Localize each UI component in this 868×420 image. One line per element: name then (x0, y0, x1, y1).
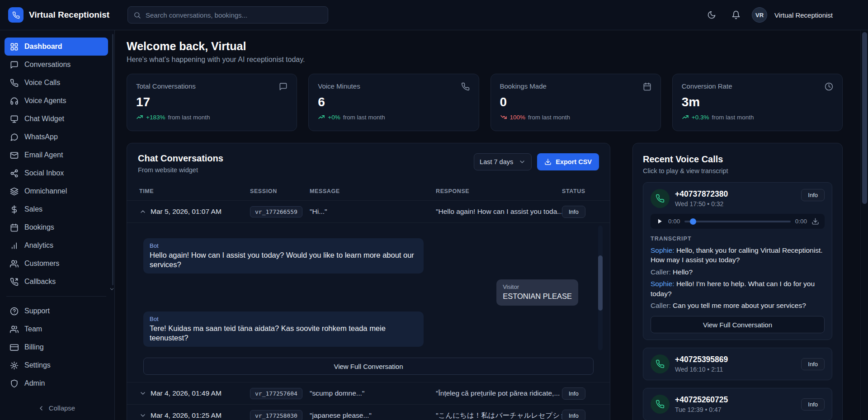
app-title: Virtual Receptionist (29, 10, 109, 20)
sidebar-collapse-button[interactable]: Collapse (5, 400, 108, 414)
info-button[interactable]: Info (562, 387, 585, 400)
sidebar-item-support[interactable]: Support (5, 302, 108, 320)
message-sender: Visitor (503, 283, 572, 290)
sidebar-item-analytics[interactable]: Analytics (5, 236, 108, 255)
chat-message-visitor: Visitor ESTONIAN PLEASE (496, 279, 578, 306)
sidebar-item-email-agent[interactable]: Email Agent (5, 146, 108, 164)
page-scrollbar[interactable] (862, 32, 867, 204)
calendar-icon (643, 82, 651, 91)
voice-call-card[interactable]: +40725395869 Wed 16:10 • 2:11 Info (643, 348, 832, 380)
transcript-line: Sophie: Hello, thank you for calling Vir… (651, 245, 825, 265)
theme-toggle-button[interactable] (703, 6, 720, 24)
download-recording-button[interactable] (811, 217, 819, 225)
conversation-messages: Bot Hello again! How can I assist you to… (127, 223, 610, 353)
info-button[interactable]: Info (801, 398, 825, 411)
export-csv-button[interactable]: Export CSV (537, 153, 599, 170)
row-message: "scump domne..." (310, 389, 436, 397)
sidebar-scrollbar[interactable] (112, 34, 113, 285)
call-meta: Tue 12:39 • 0:47 (675, 406, 728, 413)
slider-thumb[interactable] (690, 218, 696, 225)
conversation-preview: Bot Hello again! How can I assist you to… (127, 223, 610, 382)
phone-icon (656, 400, 665, 409)
transcript-speaker: Sophie: (651, 280, 675, 288)
dashboard-grid-icon (10, 42, 19, 51)
table-header: TIME SESSION MESSAGE RESPONSE STATUS (127, 182, 610, 201)
voice-call-card[interactable]: +40725260725 Tue 12:39 • 0:47 Info (643, 388, 832, 420)
info-button[interactable]: Info (562, 206, 585, 218)
collapse-label: Collapse (49, 404, 75, 412)
voice-section-title: Recent Voice Calls (643, 154, 832, 165)
chat-section-title: Chat Conversations (138, 153, 223, 164)
sidebar-item-settings[interactable]: Settings (5, 356, 108, 374)
dollar-icon (10, 205, 19, 214)
sidebar-item-label: Admin (24, 379, 45, 387)
table-row[interactable]: Mar 4, 2026, 01:49 AM vr_177257604 "scum… (127, 382, 610, 405)
session-id-badge: vr_177266559 (250, 206, 302, 217)
message-sender: Bot (150, 242, 417, 249)
phone-icon (656, 359, 665, 368)
phone-icon (656, 194, 665, 203)
sidebar-item-label: WhatsApp (24, 133, 58, 141)
sidebar-item-voice-calls[interactable]: Voice Calls (5, 74, 108, 92)
messages-scrollbar[interactable] (598, 255, 603, 311)
info-button[interactable]: Info (562, 410, 585, 420)
search-input[interactable] (146, 11, 322, 19)
sidebar-item-dashboard[interactable]: Dashboard (5, 38, 108, 56)
play-icon (656, 217, 664, 225)
sidebar-item-billing[interactable]: Billing (5, 338, 108, 356)
sidebar-item-social-inbox[interactable]: Social Inbox (5, 164, 108, 182)
sidebar-item-whatsapp[interactable]: WhatsApp (5, 128, 108, 146)
table-row[interactable]: Mar 5, 2026, 01:07 AM vr_177266559 "Hi..… (127, 201, 610, 223)
message-sender: Bot (150, 316, 417, 322)
stat-delta-suffix: from last month (528, 114, 570, 121)
transcript-text: Hello! I'm here to help. What can I do f… (651, 280, 815, 297)
sidebar-item-omnichannel[interactable]: Omnichannel (5, 182, 108, 200)
call-avatar (651, 395, 670, 414)
download-icon (544, 158, 552, 165)
info-button[interactable]: Info (801, 189, 825, 201)
play-button[interactable] (656, 217, 664, 225)
sidebar-scroll-chevron-down-icon (109, 286, 115, 292)
view-full-conversation-button[interactable]: View Full Conversation (143, 358, 594, 375)
global-search[interactable] (127, 6, 328, 24)
message-text: ESTONIAN PLEASE (503, 292, 572, 301)
sidebar-item-customers[interactable]: Customers (5, 255, 108, 273)
sidebar-item-voice-agents[interactable]: Voice Agents (5, 92, 108, 110)
sidebar-item-admin[interactable]: Admin (5, 374, 108, 392)
stat-delta: +0.3% (692, 114, 709, 121)
sidebar-item-label: Analytics (24, 241, 53, 250)
date-range-select[interactable]: Last 7 days (474, 153, 532, 170)
share-icon (10, 169, 19, 178)
users-icon (10, 260, 19, 268)
sidebar-item-team[interactable]: Team (5, 320, 108, 338)
transcript-text: Hello, thank you for calling Virtual Rec… (651, 246, 823, 264)
table-row[interactable]: Mar 4, 2026, 01:25 AM vr_177258030 "japa… (127, 405, 610, 420)
main-content: Welcome back, Virtual Here's what's happ… (115, 30, 868, 420)
notifications-button[interactable] (727, 6, 745, 24)
sidebar-item-label: Support (24, 307, 50, 315)
sidebar-item-conversations[interactable]: Conversations (5, 56, 108, 74)
call-number: +40737872380 (675, 189, 728, 199)
seek-slider[interactable] (684, 218, 790, 225)
transcript-text: Can you tell me more about your services… (673, 302, 806, 309)
phone-callback-icon (10, 278, 19, 286)
message-circle-icon (10, 133, 19, 142)
calendar-icon (10, 223, 19, 232)
chat-bubble-icon (279, 82, 288, 91)
sidebar-item-bookings[interactable]: Bookings (5, 218, 108, 236)
info-button[interactable]: Info (801, 358, 825, 370)
stat-label: Bookings Made (500, 82, 547, 90)
voice-call-card[interactable]: +40737872380 Wed 17:50 • 0:32 Info 0:00 (643, 182, 832, 340)
message-text: Tere! Kuidas ma saan teid täna aidata? K… (150, 324, 417, 342)
session-id-badge: vr_177257604 (250, 388, 302, 399)
mail-icon (10, 151, 19, 160)
sidebar-item-chat-widget[interactable]: Chat Widget (5, 110, 108, 128)
user-avatar[interactable]: VR (752, 7, 767, 23)
view-full-conversation-button[interactable]: View Full Conversation (651, 316, 825, 333)
chat-widget-icon (10, 115, 19, 123)
row-time: Mar 4, 2026, 01:49 AM (151, 389, 222, 397)
chat-message-bot: Bot Tere! Kuidas ma saan teid täna aidat… (143, 311, 424, 347)
user-name: Virtual Receptionist (774, 11, 833, 19)
sidebar-item-callbacks[interactable]: Callbacks (5, 273, 108, 291)
sidebar-item-sales[interactable]: Sales (5, 200, 108, 218)
